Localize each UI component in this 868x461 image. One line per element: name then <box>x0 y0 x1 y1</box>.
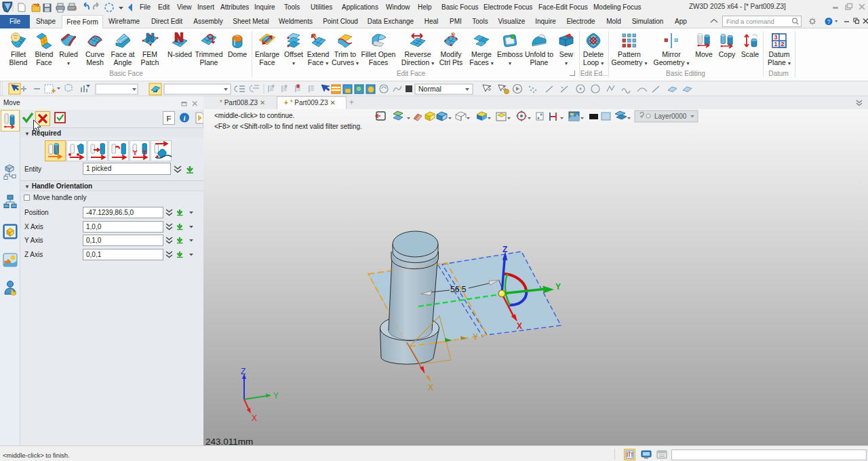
svg-text:1: 1 <box>774 41 777 47</box>
svg-text:X: X <box>517 321 522 331</box>
svg-text:Layer0000: Layer0000 <box>654 113 687 120</box>
svg-text:56.5: 56.5 <box>450 285 467 294</box>
svg-text:X: X <box>428 383 433 393</box>
svg-text:Z: Z <box>502 245 507 254</box>
svg-text:Y: Y <box>473 332 478 342</box>
svg-text:3: 3 <box>774 34 777 41</box>
svg-text:2: 2 <box>781 41 784 47</box>
svg-text:Z: Z <box>241 367 245 376</box>
svg-text:<middle-click> to continue.: <middle-click> to continue. <box>214 112 294 119</box>
svg-text:?: ? <box>827 18 831 25</box>
svg-text:Normal: Normal <box>418 85 441 93</box>
svg-text:Find a command: Find a command <box>726 18 774 25</box>
svg-text:Y: Y <box>273 391 279 401</box>
svg-text:X: X <box>252 414 257 423</box>
svg-text:<F8> or <Shift-roll> to find n: <F8> or <Shift-roll> to find next valid … <box>214 123 362 130</box>
svg-text:243.011mm: 243.011mm <box>205 437 253 445</box>
svg-text:Y: Y <box>555 282 561 292</box>
svg-text:F: F <box>166 115 171 123</box>
